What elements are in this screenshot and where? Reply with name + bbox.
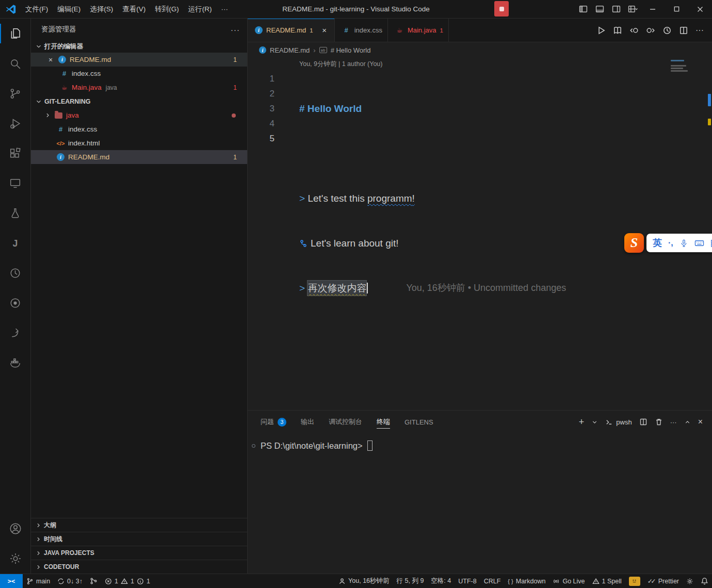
open-editors-section[interactable]: 打开的编辑器 [31, 40, 247, 53]
sync-status[interactable]: 0↓ 3↑ [54, 574, 86, 588]
split-editor-icon[interactable] [679, 26, 688, 35]
codelens-blame[interactable]: You, 9分钟前 | 1 author (You) [299, 60, 382, 69]
open-preview-icon[interactable] [613, 26, 622, 35]
java-projects-section[interactable]: JAVA PROJECTS [31, 546, 247, 560]
prev-change-icon[interactable] [629, 26, 639, 35]
code-line-4[interactable]: Let's learn about git! [299, 236, 566, 251]
assistant-badge[interactable] [625, 574, 644, 588]
panel-tab-output[interactable]: 输出 [301, 411, 314, 433]
keyboard-icon[interactable] [694, 239, 704, 248]
branch-status[interactable]: main [23, 574, 54, 588]
code-line-2[interactable] [299, 146, 566, 161]
prettier-status[interactable]: ✓✓ Prettier [644, 574, 683, 588]
remote-explorer-icon[interactable] [0, 168, 30, 198]
new-terminal-icon[interactable]: + [579, 417, 585, 428]
toggle-panel-icon[interactable] [591, 0, 608, 18]
timeline-icon[interactable] [662, 26, 672, 35]
tab-mainjava[interactable]: ☕ Main.java 1 [388, 19, 449, 42]
next-change-icon[interactable] [646, 26, 655, 35]
tree-file-readme[interactable]: i README.md 1 [31, 150, 247, 164]
problems-status[interactable]: 1 1 1 [101, 574, 154, 588]
tab-readme[interactable]: i README.md 1 × [248, 19, 335, 42]
menu-selection[interactable]: 选择(S) [85, 2, 118, 17]
code-line-5[interactable]: > 再次修改内容You, 16秒钟前 • Uncommitted changes [299, 281, 566, 296]
remote-indicator[interactable]: >< [0, 574, 23, 588]
microphone-icon[interactable] [679, 239, 688, 248]
indentation[interactable]: 空格: 4 [427, 574, 455, 588]
explorer-actions-icon[interactable]: ··· [231, 25, 240, 34]
close-window-button[interactable] [688, 0, 712, 18]
settings-gear-icon[interactable] [0, 544, 30, 574]
more-actions-icon[interactable]: ··· [695, 26, 704, 35]
terminal-profile-chevron-icon[interactable] [591, 419, 598, 426]
container-icon[interactable] [0, 348, 30, 378]
customize-layout-icon[interactable] [624, 0, 641, 18]
command-decoration-icon[interactable] [252, 444, 255, 448]
panel-tab-terminal[interactable]: 终端 [377, 411, 390, 433]
profiler-icon[interactable] [0, 258, 30, 288]
go-live-button[interactable]: Go Live [549, 574, 588, 588]
sogou-logo[interactable]: S [624, 233, 644, 253]
menu-edit[interactable]: 编辑(E) [53, 2, 85, 17]
open-editor-readme[interactable]: × i README.md 1 [31, 53, 247, 67]
menu-file[interactable]: 文件(F) [21, 2, 53, 17]
target-icon[interactable] [0, 288, 30, 318]
java-icon[interactable]: J [0, 228, 30, 258]
run-debug-icon[interactable] [0, 108, 30, 138]
panel-tab-gitlens[interactable]: GITLENS [404, 411, 433, 433]
ime-language-toggle[interactable]: 英 [653, 237, 662, 249]
status-tool-icon[interactable] [683, 574, 697, 588]
menu-view[interactable]: 查看(V) [118, 2, 150, 17]
minimize-button[interactable] [641, 0, 665, 18]
close-tab-icon[interactable]: × [320, 26, 329, 35]
codetour-icon[interactable] [0, 318, 30, 348]
cursor-position[interactable]: 行 5, 列 9 [393, 574, 428, 588]
run-button[interactable] [596, 26, 606, 35]
menu-overflow[interactable]: ··· [217, 3, 233, 15]
open-editor-indexcss[interactable]: # index.css [31, 67, 247, 80]
menu-run[interactable]: 运行(R) [184, 2, 217, 17]
account-icon[interactable] [0, 514, 30, 544]
language-mode[interactable]: { } Markdown [504, 574, 549, 588]
spell-checker-status[interactable]: 1 Spell [589, 574, 625, 588]
kill-terminal-icon[interactable] [655, 418, 663, 426]
search-icon[interactable] [0, 48, 30, 78]
maximize-panel-icon[interactable] [684, 419, 691, 426]
code-line-1[interactable]: # Hello World [299, 101, 566, 116]
graph-status[interactable] [86, 574, 101, 588]
terminal-instance-pwsh[interactable]: pwsh [605, 418, 632, 426]
encoding[interactable]: UTF-8 [455, 574, 480, 588]
breadcrumb-symbol[interactable]: # Hello World [331, 46, 371, 54]
tree-file-indexcss[interactable]: # index.css [31, 122, 247, 136]
project-section[interactable]: GIT-LEARNING [31, 94, 247, 108]
open-editor-mainjava[interactable]: ☕ Main.java java 1 [31, 80, 247, 94]
blame-status[interactable]: You, 16秒钟前 [335, 574, 393, 588]
panel-more-icon[interactable]: ··· [670, 418, 677, 426]
codetour-section[interactable]: CODETOUR [31, 560, 247, 574]
notifications-bell-icon[interactable] [697, 574, 712, 588]
eol-sequence[interactable]: CRLF [480, 574, 505, 588]
panel-tab-problems[interactable]: 问题 3 [261, 411, 286, 433]
minimap[interactable] [671, 59, 688, 73]
explorer-icon[interactable] [0, 19, 30, 48]
outline-section[interactable]: 大纲 [31, 518, 247, 532]
tree-file-indexhtml[interactable]: </> index.html [31, 136, 247, 150]
tree-folder-java[interactable]: java [31, 108, 247, 122]
terminal[interactable]: PS D:\git\note\git-learning> [248, 433, 712, 574]
panel-tab-debug-console[interactable]: 调试控制台 [329, 411, 362, 433]
maximize-button[interactable] [665, 0, 688, 18]
testing-icon[interactable] [0, 198, 30, 228]
timeline-section[interactable]: 时间线 [31, 532, 247, 546]
code-line-3[interactable]: > Let's test this programm! [299, 191, 566, 206]
close-panel-icon[interactable]: × [698, 417, 703, 427]
source-control-icon[interactable] [0, 78, 30, 108]
split-terminal-icon[interactable] [639, 418, 648, 426]
breadcrumb-file[interactable]: README.md [270, 46, 310, 54]
extensions-icon[interactable] [0, 138, 30, 168]
ime-punctuation-toggle[interactable]: ·, [668, 238, 673, 248]
close-icon[interactable]: × [46, 56, 55, 64]
menu-go[interactable]: 转到(G) [150, 2, 184, 17]
toggle-secondary-sidebar-icon[interactable] [608, 0, 624, 18]
tab-indexcss[interactable]: # index.css [335, 19, 388, 42]
toggle-sidebar-icon[interactable] [575, 0, 591, 18]
